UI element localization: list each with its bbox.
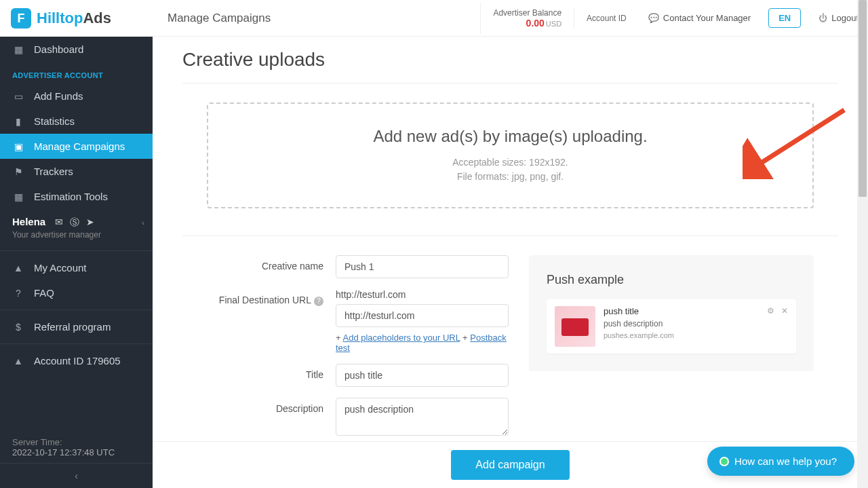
sidebar-item-label: My Account [34,262,87,274]
sidebar-item-label: Manage Campaigns [34,140,125,152]
content: Creative uploads Add new ad(s) by image(… [153,37,868,488]
sidebar-item-label: Referral program [34,321,111,333]
chart-icon: ▮ [12,116,24,127]
chat-icon: 💬 [648,13,659,23]
scrollbar-thumb[interactable] [859,0,867,197]
manager-subtitle: Your advertiser manager [12,230,140,240]
push-description: push description [604,319,759,329]
server-time: Server Time: 2022-10-17 12:37:48 UTC [0,426,153,463]
description-label: Description [207,398,336,414]
dashboard-icon: ▦ [12,44,24,55]
sidebar-item-trackers[interactable]: ⚑ Trackers [0,159,153,184]
contact-manager-button[interactable]: 💬 Contact Your Manager [639,7,760,29]
preview-heading: Push example [547,273,796,287]
id-icon: ▲ [12,356,24,367]
gear-icon[interactable]: ⚙ [767,306,774,316]
creative-name-label: Creative name [207,255,336,271]
dropzone-sizes: Acceptable sizes: 192x192. [222,155,799,170]
sidebar-item-manage-campaigns[interactable]: ▣ Manage Campaigns [0,134,153,159]
add-placeholders-link[interactable]: Add placeholders to your URL [343,333,460,343]
question-icon: ? [12,288,24,299]
help-icon[interactable]: ? [314,297,323,306]
manager-contacts: ✉ Ⓢ ➤ [55,217,94,229]
logo-icon: F [11,8,31,29]
manager-name: Helena [12,216,45,227]
main: Manage Campaigns Advertiser Balance 0.00… [153,0,868,488]
title-input[interactable] [336,364,509,387]
destination-url-input[interactable] [336,304,509,327]
upload-dropzone[interactable]: Add new ad(s) by image(s) uploading. Acc… [207,102,814,208]
push-preview-panel: Push example push title push description… [529,255,814,371]
description-input[interactable] [336,398,509,436]
destination-url-display: http://testurl.com [336,289,509,304]
sidebar-item-account-id[interactable]: ▲ Account ID 179605 [0,348,153,373]
sidebar: F HilltopAds ▦ Dashboard ADVERTISER ACCO… [0,0,153,488]
page-title: Creative uploads [182,49,838,71]
sidebar-item-faq[interactable]: ? FAQ [0,280,153,305]
skype-icon[interactable]: Ⓢ [70,217,79,229]
users-icon: ⚑ [12,166,24,177]
add-campaign-button[interactable]: Add campaign [451,450,569,480]
sidebar-item-label: Dashboard [34,43,83,55]
sidebar-item-label: Add Funds [34,90,83,102]
sidebar-section-label: ADVERTISER ACCOUNT [0,62,153,83]
card-icon: ▭ [12,91,24,102]
sidebar-item-label: Estimation Tools [34,191,108,202]
destination-url-label: Final Destination URL? [207,289,336,306]
power-icon: ⏻ [818,13,827,23]
logo[interactable]: F HilltopAds [0,0,153,37]
chevron-left-icon[interactable]: ‹ [142,219,144,227]
close-icon[interactable]: ✕ [781,306,788,316]
envelope-icon[interactable]: ✉ [55,217,63,229]
chat-widget[interactable]: How can we help you? [707,447,854,476]
chevron-left-icon: ‹ [75,470,78,481]
chat-text: How can we help you? [734,455,837,467]
account-id-label: Account ID [574,8,639,29]
dollar-icon: $ [12,322,24,333]
briefcase-icon: ▣ [12,141,24,152]
telegram-icon[interactable]: ➤ [86,217,94,229]
sidebar-item-label: Trackers [34,166,73,177]
creative-name-input[interactable] [336,255,509,278]
advertiser-balance: Advertiser Balance 0.00USD [480,3,574,34]
calculator-icon: ▦ [12,191,24,202]
dropzone-formats: File formats: jpg, png, gif. [222,170,799,184]
sidebar-item-dashboard[interactable]: ▦ Dashboard [0,37,153,62]
url-helper-links: + Add placeholders to your URL + Postbac… [336,333,509,353]
push-domain: pushes.example.com [604,331,759,339]
sidebar-item-label: FAQ [34,287,54,299]
manager-block[interactable]: Helena ✉ Ⓢ ➤ ‹ Your advertiser manager [0,209,153,246]
sidebar-item-label: Statistics [34,115,75,127]
sidebar-item-add-funds[interactable]: ▭ Add Funds [0,83,153,109]
scrollbar[interactable] [857,0,868,488]
sidebar-item-my-account[interactable]: ▲ My Account [0,255,153,280]
language-button[interactable]: EN [768,8,801,28]
title-label: Title [207,364,336,380]
push-card: push title push description pushes.examp… [547,299,796,354]
sidebar-collapse[interactable]: ‹ [0,463,153,488]
push-title: push title [604,306,759,316]
topbar-title: Manage Campaigns [153,12,285,25]
sidebar-item-estimation[interactable]: ▦ Estimation Tools [0,184,153,209]
dropzone-title: Add new ad(s) by image(s) uploading. [222,127,799,146]
sidebar-item-referral[interactable]: $ Referral program [0,314,153,339]
topbar: Manage Campaigns Advertiser Balance 0.00… [153,0,868,37]
online-dot-icon [721,458,728,465]
logo-text: HilltopAds [37,10,111,27]
user-icon: ▲ [12,263,24,274]
push-image [555,306,595,347]
sidebar-item-statistics[interactable]: ▮ Statistics [0,109,153,134]
sidebar-item-label: Account ID 179605 [34,355,121,367]
